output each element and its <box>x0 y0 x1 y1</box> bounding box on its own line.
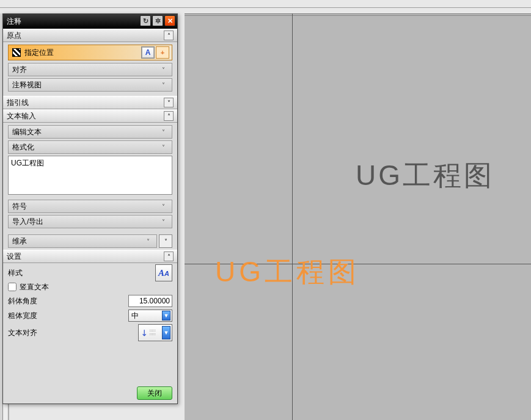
chevron-down-icon: ˅ <box>158 65 168 74</box>
style-button[interactable]: AA <box>155 264 172 281</box>
vertical-text-label: 竖直文本 <box>20 282 49 292</box>
drawing-canvas[interactable]: UG工程图 UG工程图 <box>185 13 531 420</box>
text-grid-icon: ∷∷∷∷ <box>150 329 156 336</box>
reset-icon[interactable]: ↻ <box>140 15 151 26</box>
specify-location-label: 指定位置 <box>24 48 54 58</box>
italic-angle-label: 斜体角度 <box>8 296 37 306</box>
italic-angle-input[interactable] <box>128 295 172 307</box>
chevron-down-icon: ˅ <box>158 142 168 152</box>
import-export-label: 导入/导出 <box>12 217 43 227</box>
edit-text-row[interactable]: 编辑文本 ˅ <box>8 125 172 139</box>
align-label: 对齐 <box>12 65 27 75</box>
gear-icon[interactable]: ✲ <box>152 15 163 26</box>
section-settings-label: 设置 <box>7 252 21 262</box>
formatting-label: 格式化 <box>12 142 34 153</box>
vertical-text-row: 竖直文本 <box>8 280 172 294</box>
style-aa-icon: AA <box>158 268 169 278</box>
specify-location-row[interactable]: 指定位置 A + <box>8 45 172 60</box>
chevron-down-icon: ˅ <box>158 217 168 226</box>
dialog-title: 注释 <box>7 16 21 27</box>
dropdown-arrow-icon: ▼ <box>162 326 170 339</box>
chevron-up-icon[interactable]: ˄ <box>164 31 174 40</box>
section-text-input-header[interactable]: 文本输入 ˄ <box>3 109 177 123</box>
annotation-text-input[interactable] <box>8 156 172 195</box>
dropdown-arrow-icon: ▼ <box>162 311 170 320</box>
section-origin-label: 原点 <box>7 31 21 41</box>
close-icon[interactable]: ✕ <box>164 15 175 26</box>
inherit-expand-button[interactable]: ˅ <box>159 234 172 248</box>
bold-width-label: 粗体宽度 <box>8 311 37 321</box>
align-row[interactable]: 对齐 ˅ <box>8 63 172 76</box>
checker-flag-icon <box>12 48 21 57</box>
formatting-row[interactable]: 格式化 ˅ <box>8 140 172 154</box>
symbols-label: 符号 <box>12 201 27 212</box>
chevron-down-icon: ˅ <box>158 80 168 90</box>
annotation-dialog: 注释 ↻ ✲ ✕ 原点 ˄ 指定位置 A + 对齐 ˅ 注释视图 ˅ 指引 <box>2 13 178 404</box>
inherit-label: 维承 <box>12 236 27 247</box>
close-button[interactable]: 关闭 <box>137 386 172 400</box>
crosshair-vertical <box>292 13 293 420</box>
import-export-row[interactable]: 导入/导出 ˅ <box>8 215 172 228</box>
text-frame-icon[interactable]: A <box>141 46 155 59</box>
text-align-label: 文本对齐 <box>8 328 37 338</box>
canvas-text-outline[interactable]: UG工程图 <box>356 157 494 195</box>
section-origin-header[interactable]: 原点 ˄ <box>3 29 177 42</box>
arrow-icon: ↘ <box>139 327 151 339</box>
add-point-icon[interactable]: + <box>156 46 169 59</box>
annotation-view-label: 注释视图 <box>12 80 42 90</box>
canvas-text-preview[interactable]: UG工程图 <box>215 253 360 291</box>
chevron-up-icon[interactable]: ˄ <box>164 252 174 261</box>
section-leader-header[interactable]: 指引线 ˅ <box>3 96 177 109</box>
text-align-select[interactable]: ↘ ∷∷∷∷ ▼ <box>138 324 172 341</box>
section-settings-header[interactable]: 设置 ˄ <box>3 250 177 263</box>
edit-text-label: 编辑文本 <box>12 127 42 137</box>
chevron-down-icon: ˅ <box>143 236 153 246</box>
symbols-row[interactable]: 符号 ˅ <box>8 200 172 213</box>
style-label: 样式 <box>8 268 23 278</box>
chevron-down-icon: ˅ <box>158 127 168 137</box>
vertical-text-checkbox[interactable] <box>8 283 16 291</box>
section-text-input-label: 文本输入 <box>7 111 36 121</box>
dialog-titlebar[interactable]: 注释 ↻ ✲ ✕ <box>3 14 177 29</box>
bold-width-value: 中 <box>131 311 139 321</box>
inherit-row[interactable]: 维承 ˅ <box>8 234 157 248</box>
section-leader-label: 指引线 <box>7 98 29 108</box>
chevron-down-icon: ˅ <box>158 201 168 211</box>
chevron-up-icon[interactable]: ˄ <box>164 111 174 121</box>
chevron-down-icon[interactable]: ˅ <box>164 98 174 107</box>
annotation-view-row[interactable]: 注释视图 ˅ <box>8 78 172 92</box>
bold-width-select[interactable]: 中 ▼ <box>128 310 172 322</box>
